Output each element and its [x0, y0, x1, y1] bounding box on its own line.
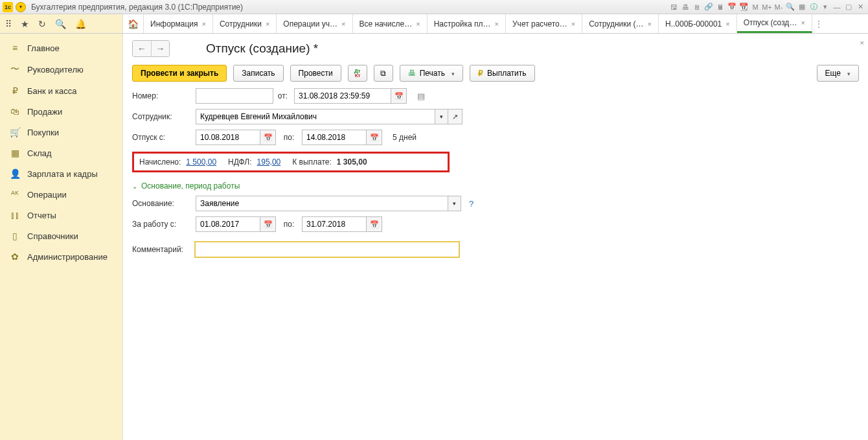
print-icon[interactable]: 🖶: [680, 2, 691, 12]
accrued-link[interactable]: 1 500,00: [186, 157, 216, 167]
mem-mplus[interactable]: M+: [762, 2, 772, 12]
sidebar-label: Покупки: [27, 128, 59, 137]
sidebar-item-admin[interactable]: ✿Администрирование: [0, 246, 122, 267]
vacation-to-input[interactable]: [302, 130, 367, 145]
structure-button[interactable]: ⧉: [374, 65, 393, 82]
app-menu-dropdown[interactable]: ▾: [16, 2, 26, 12]
gear-icon: ✿: [9, 251, 21, 262]
link-icon[interactable]: 🔗: [703, 2, 714, 12]
maximize-icon[interactable]: ▢: [843, 2, 854, 12]
dropdown-icon[interactable]: ▾: [448, 196, 461, 211]
dropdown-icon[interactable]: ▾: [435, 109, 448, 124]
mem-m[interactable]: M: [750, 2, 760, 12]
save-button[interactable]: Записать: [233, 65, 283, 82]
sidebar-item-purchases[interactable]: 🛒Покупки: [0, 122, 122, 143]
post-button[interactable]: Провести: [290, 65, 341, 82]
days-count: 5 дней: [386, 133, 417, 142]
work-from-input[interactable]: [196, 216, 260, 232]
close-icon[interactable]: ×: [725, 20, 729, 28]
post-and-close-button[interactable]: Провести и закрыть: [132, 65, 227, 82]
section-basis-header[interactable]: ⌄ Основание, период работы: [132, 181, 859, 191]
close-window-icon[interactable]: ✕: [855, 2, 865, 12]
apps-icon[interactable]: ⠿: [5, 19, 12, 29]
nav-back-button[interactable]: ←: [133, 41, 151, 56]
number-input[interactable]: [196, 88, 273, 104]
info-icon[interactable]: ⓘ: [808, 2, 819, 12]
toolbar: Провести и закрыть Записать Провести ДтК…: [132, 65, 859, 82]
vacation-from-input[interactable]: [196, 130, 260, 145]
search-icon[interactable]: 🔍: [55, 19, 66, 29]
sidebar-item-catalogs[interactable]: ▯Справочники: [0, 226, 122, 246]
more-button[interactable]: Еще: [817, 65, 859, 82]
calendar-icon[interactable]: 📅: [367, 216, 382, 232]
sidebar-item-warehouse[interactable]: ▦Склад: [0, 143, 122, 163]
work-to-input[interactable]: [302, 216, 367, 232]
menu-icon: ≡: [9, 43, 21, 53]
grid-icon[interactable]: ▦: [797, 2, 807, 12]
zoom-in-icon[interactable]: 🔍: [785, 2, 795, 12]
tabs-overflow-icon[interactable]: ⋮: [812, 14, 825, 33]
list-icon[interactable]: ▤: [417, 91, 425, 101]
close-icon[interactable]: ×: [201, 20, 205, 28]
mem-mminus[interactable]: M-: [773, 2, 784, 12]
calc-icon[interactable]: 🖩: [715, 2, 725, 12]
calendar-icon[interactable]: 📅: [260, 216, 276, 232]
close-icon[interactable]: ×: [416, 20, 420, 28]
tab-employees2[interactable]: Сотрудники (…×: [582, 14, 659, 33]
sidebar-item-sales[interactable]: 🛍Продажи: [0, 101, 122, 122]
basis-input[interactable]: [196, 196, 448, 211]
tab-doc[interactable]: Н..000Б-000001×: [659, 14, 737, 33]
employee-input[interactable]: [196, 109, 435, 124]
calendar31-icon[interactable]: 📆: [738, 2, 749, 12]
main-content: × ← → Отпуск (создание) * Провести и зак…: [123, 34, 868, 440]
sidebar-label: Продажи: [27, 107, 62, 117]
close-icon[interactable]: ×: [801, 19, 805, 27]
sidebar-label: Руководителю: [27, 65, 84, 75]
close-icon[interactable]: ×: [495, 20, 499, 28]
calendar-icon[interactable]: 📅: [260, 130, 276, 145]
sidebar-item-bank[interactable]: ₽Банк и касса: [0, 80, 122, 101]
star-icon[interactable]: ★: [21, 19, 29, 29]
sidebar-item-main[interactable]: ≡Главное: [0, 38, 122, 58]
home-tab[interactable]: 🏠: [123, 14, 144, 33]
ruble-icon: ₽: [478, 69, 483, 78]
sidebar-item-operations[interactable]: ᴬᴷОперации: [0, 184, 122, 205]
calendar-icon[interactable]: 📅: [367, 130, 382, 145]
dtkt-button[interactable]: ДтКт: [348, 65, 367, 82]
page-title: Отпуск (создание) *: [206, 41, 318, 56]
calendar-icon[interactable]: 📅: [727, 2, 737, 12]
close-icon[interactable]: ×: [571, 20, 575, 28]
tab-settings[interactable]: Настройка пл…×: [428, 14, 506, 33]
close-icon[interactable]: ×: [341, 20, 345, 28]
tab-accruals[interactable]: Все начисле…×: [353, 14, 428, 33]
tab-employees[interactable]: Сотрудники×: [213, 14, 277, 33]
tab-info[interactable]: Информация×: [144, 14, 213, 33]
help-icon[interactable]: ?: [469, 199, 474, 209]
open-ref-icon[interactable]: ↗: [448, 109, 463, 124]
close-icon[interactable]: ×: [648, 20, 652, 28]
sidebar-item-reports[interactable]: ⫿⫿Отчеты: [0, 205, 122, 226]
close-icon[interactable]: ×: [266, 20, 269, 28]
info-dropdown-icon[interactable]: ▾: [820, 2, 830, 12]
calendar-icon[interactable]: 📅: [391, 88, 407, 104]
sidebar-label: Отчеты: [27, 211, 56, 220]
minimize-icon[interactable]: —: [832, 2, 842, 12]
tab-operations[interactable]: Операции уч…×: [277, 14, 352, 33]
pay-button[interactable]: ₽Выплатить: [470, 65, 535, 82]
date-from-input[interactable]: [294, 88, 391, 104]
tab-vacation[interactable]: Отпуск (созд…×: [737, 14, 812, 33]
tab-calc[interactable]: Учет расчето…×: [506, 14, 582, 33]
history-icon[interactable]: ↻: [38, 19, 46, 29]
nav-forward-button[interactable]: →: [151, 41, 169, 56]
summary-highlight: Начислено: 1 500,00 НДФЛ: 195,00 К выпла…: [132, 152, 450, 172]
comment-input[interactable]: [194, 241, 460, 258]
save-icon[interactable]: 🖫: [668, 2, 679, 12]
sidebar-item-manager[interactable]: 〜Руководителю: [0, 58, 122, 80]
print-button[interactable]: 🖶Печать: [400, 65, 463, 82]
payout-value: 1 305,00: [337, 157, 367, 167]
bell-icon[interactable]: 🔔: [75, 19, 86, 29]
ndfl-link[interactable]: 195,00: [257, 157, 281, 167]
doc-icon[interactable]: 🗎: [692, 2, 702, 12]
close-page-icon[interactable]: ×: [860, 39, 864, 47]
sidebar-item-salary[interactable]: 👤Зарплата и кадры: [0, 163, 122, 184]
